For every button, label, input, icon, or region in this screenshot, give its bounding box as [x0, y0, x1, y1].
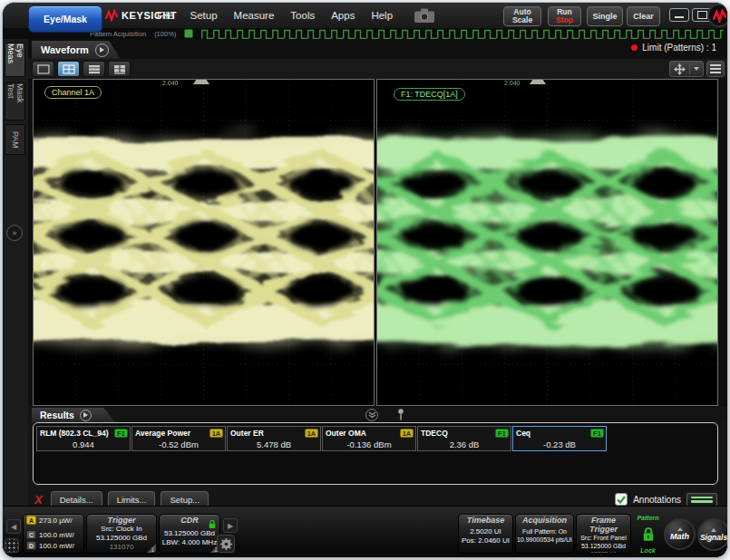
layout-single-button[interactable]: [32, 61, 54, 77]
eye-pane-tdecq[interactable]: 2.040 F1: TDECQ[1A]: [376, 79, 718, 406]
channel-row-d[interactable]: D 100.0 mW/: [24, 540, 83, 551]
waveform-tab-row: Waveform Limit (Patterns) : 1: [28, 39, 727, 60]
up-caret-icon: [711, 528, 716, 532]
screenshot-camera-button[interactable]: [413, 7, 436, 24]
eye-diagram-right: [377, 80, 717, 405]
color-grade-button[interactable]: [686, 493, 717, 507]
result-value: -0.23 dB: [513, 439, 606, 449]
sidebar-expand-button[interactable]: »: [6, 225, 23, 241]
clear-button[interactable]: Clear: [627, 6, 660, 26]
tab-results[interactable]: Results: [32, 408, 115, 422]
cdr-panel[interactable]: CDR 53.125000 GBd LBW: 4.000 MHz 2: [159, 514, 220, 554]
tab-waveform[interactable]: Waveform: [32, 41, 121, 59]
channel-badge-a: A: [26, 516, 36, 525]
eye-pane-channel-1a[interactable]: 2.040 Channel 1A: [33, 79, 375, 406]
results-pin-button[interactable]: [394, 408, 407, 421]
sidebar-tab-eye-meas[interactable]: Eye Meas: [5, 43, 25, 77]
layout-buttons: [32, 61, 131, 77]
play-icon[interactable]: [95, 43, 109, 57]
apps-grid-button[interactable]: [5, 538, 19, 553]
result-value: 0.944: [37, 439, 130, 449]
channel-scales-panel[interactable]: A 273.0 µW/ C 100.0 mW/ D 100.0 mW/: [23, 514, 84, 554]
timebase-scale: 2.5020 UI: [459, 527, 512, 536]
trigger-panel[interactable]: Trigger Src: Clock In 53.125000 GBd 1310…: [86, 514, 157, 554]
lock-icon: [208, 517, 217, 533]
layout-single-icon: [37, 64, 50, 74]
math-button[interactable]: Math: [664, 518, 696, 550]
menu-tools[interactable]: Tools: [290, 10, 315, 21]
play-triangle: [83, 412, 88, 418]
result-name: Outer ER: [230, 429, 264, 438]
result-cell-average-power[interactable]: Average Power1A -0.52 dBm: [131, 426, 226, 451]
sidebar-tab-mask-test[interactable]: Mask Test: [5, 82, 25, 121]
result-value: 2.36 dB: [418, 439, 511, 449]
menu-help[interactable]: Help: [371, 10, 393, 21]
play-icon[interactable]: [80, 410, 92, 421]
timebase-panel[interactable]: Timebase 2.5020 UI Pos: 2.0460 UI: [458, 514, 513, 554]
acquisition-led-icon: [184, 29, 193, 38]
menu-file[interactable]: File: [157, 10, 174, 21]
result-cell-outer-er[interactable]: Outer ER1A 5.478 dB: [227, 426, 321, 451]
camera-icon: [414, 8, 434, 24]
source-badge-channel-1a[interactable]: Channel 1A: [44, 86, 102, 99]
result-cell-outer-oma[interactable]: Outer OMA1A -0.136 dBm: [322, 426, 416, 451]
pattern-waveform-strip: [201, 29, 724, 39]
menu-measure[interactable]: Measure: [234, 10, 275, 21]
display-menu-button[interactable]: [706, 61, 725, 77]
layout-quad-icon: [63, 64, 75, 74]
result-cell-rlm[interactable]: RLM (802.3 CL_94)F1 0.944: [36, 426, 131, 451]
result-cell-tdecq[interactable]: TDECQF1 2.36 dB: [417, 426, 511, 451]
limit-label: Limit (Patterns) : 1: [642, 43, 716, 53]
source-badge-tdecq[interactable]: F1: TDECQ[1A]: [394, 88, 465, 101]
pan-zoom-button[interactable]: [669, 61, 704, 77]
layout-rows-icon: [88, 64, 101, 74]
source-badge-f1: F1: [495, 429, 509, 438]
channel-row-c[interactable]: C 100.0 mW/: [24, 529, 83, 540]
app-logo-button[interactable]: [707, 4, 728, 27]
auto-scale-button[interactable]: Auto Scale: [503, 6, 541, 26]
frame-trigger-panel[interactable]: Frame Trigger Src: Front Panel 53.125000…: [576, 514, 631, 554]
up-caret-icon: [677, 527, 683, 531]
hamburger-bar: [710, 68, 721, 70]
delete-measurement-button[interactable]: X: [34, 493, 43, 507]
channel-badge-c: C: [26, 530, 36, 539]
hamburger-bar: [710, 72, 721, 73]
menu-apps[interactable]: Apps: [331, 10, 355, 21]
result-cell-ceq[interactable]: CeqF1 -0.23 dB: [512, 426, 607, 451]
annotations-checkbox[interactable]: [615, 493, 628, 506]
check-icon: [617, 496, 626, 504]
minimize-icon: [675, 16, 684, 18]
acquisition-panel[interactable]: Acquisition Full Pattern: On 10.99000534…: [515, 514, 574, 554]
sidebar-tab-pam[interactable]: PAM: [5, 124, 25, 155]
results-tab-row: Results: [28, 407, 727, 422]
result-name: Average Power: [135, 429, 190, 438]
signals-button[interactable]: Signals: [697, 518, 728, 551]
lock-label: Lock: [640, 547, 655, 554]
mode-tab-eye-mask[interactable]: Eye/Mask: [28, 5, 102, 33]
source-badge-1a: 1A: [400, 429, 414, 438]
single-button[interactable]: Single: [587, 6, 623, 26]
settings-gear-button[interactable]: [217, 535, 235, 553]
source-badge-f1: F1: [590, 429, 604, 438]
layout-rows-button[interactable]: [83, 61, 105, 77]
run-stop-button[interactable]: Run Stop: [548, 6, 581, 26]
gear-icon: [219, 537, 233, 551]
layout-grid-icon: [113, 64, 126, 74]
channel-row-1a[interactable]: A 273.0 µW/: [24, 515, 83, 526]
statusbar-prev-button[interactable]: ◀: [6, 519, 21, 534]
status-bar: ◀ A 273.0 µW/ C 100.0 mW/ D 100.0 mW/ Tr…: [3, 506, 727, 557]
result-name: RLM (802.3 CL_94): [40, 429, 109, 438]
timebase-title: Timebase: [459, 516, 512, 525]
minimize-button[interactable]: [669, 8, 689, 22]
source-badge-f1: F1: [114, 429, 128, 438]
results-collapse-button[interactable]: [365, 409, 378, 421]
menu-setup[interactable]: Setup: [190, 10, 218, 21]
statusbar-next-button[interactable]: ▶: [223, 518, 238, 533]
right-arrow-icon: ▶: [228, 522, 233, 530]
hamburger-icon: [710, 64, 721, 66]
frame-trigger-source: Src: Front Panel: [577, 534, 630, 542]
layout-quad-button[interactable]: [57, 61, 80, 77]
channel-scale-value: 273.0 µW/: [39, 517, 73, 525]
source-badge-1a: 1A: [209, 429, 223, 438]
layout-grid-button[interactable]: [108, 61, 131, 77]
